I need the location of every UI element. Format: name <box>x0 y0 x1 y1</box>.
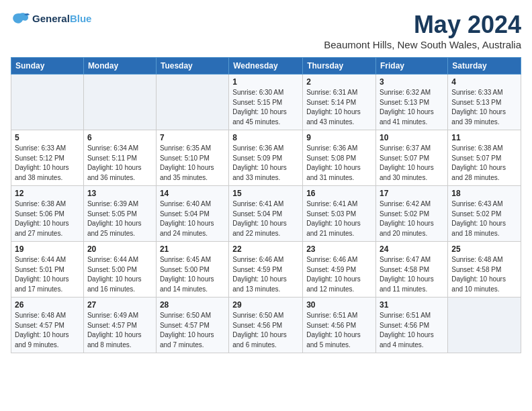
calendar-cell: 11Sunrise: 6:38 AMSunset: 5:07 PMDayligh… <box>448 130 521 186</box>
day-number: 30 <box>306 300 372 310</box>
day-info: Sunrise: 6:51 AMSunset: 4:56 PMDaylight:… <box>306 311 372 350</box>
weekday-header-row: SundayMondayTuesdayWednesdayThursdayFrid… <box>11 58 521 75</box>
day-number: 1 <box>232 77 299 87</box>
day-number: 31 <box>380 300 444 310</box>
day-info: Sunrise: 6:46 AMSunset: 4:59 PMDaylight:… <box>232 255 299 294</box>
calendar-cell: 17Sunrise: 6:42 AMSunset: 5:02 PMDayligh… <box>376 186 448 242</box>
day-info: Sunrise: 6:35 AMSunset: 5:10 PMDaylight:… <box>160 144 225 183</box>
logo-text: GeneralBlue <box>32 13 91 25</box>
day-number: 9 <box>306 133 372 142</box>
calendar-cell: 1Sunrise: 6:30 AMSunset: 5:15 PMDaylight… <box>229 75 303 130</box>
day-info: Sunrise: 6:44 AMSunset: 5:01 PMDaylight:… <box>15 255 80 294</box>
calendar-cell: 26Sunrise: 6:48 AMSunset: 4:57 PMDayligh… <box>11 298 84 353</box>
weekday-header-sunday: Sunday <box>11 58 84 75</box>
day-info: Sunrise: 6:42 AMSunset: 5:02 PMDaylight:… <box>380 199 444 238</box>
day-number: 6 <box>87 133 152 142</box>
day-number: 8 <box>232 133 299 142</box>
day-number: 16 <box>306 189 372 198</box>
calendar-cell: 7Sunrise: 6:35 AMSunset: 5:10 PMDaylight… <box>156 130 228 186</box>
calendar-cell: 14Sunrise: 6:40 AMSunset: 5:04 PMDayligh… <box>156 186 228 242</box>
day-info: Sunrise: 6:46 AMSunset: 4:59 PMDaylight:… <box>306 255 372 294</box>
day-number: 23 <box>306 244 372 254</box>
month-title: May 2024 <box>324 11 521 39</box>
day-info: Sunrise: 6:44 AMSunset: 5:00 PMDaylight:… <box>87 255 152 294</box>
day-info: Sunrise: 6:41 AMSunset: 5:03 PMDaylight:… <box>306 199 372 238</box>
day-number: 11 <box>451 133 517 142</box>
logo: GeneralBlue <box>11 11 91 27</box>
calendar-cell: 20Sunrise: 6:44 AMSunset: 5:00 PMDayligh… <box>83 242 156 298</box>
day-number: 22 <box>232 244 299 254</box>
calendar-cell: 21Sunrise: 6:45 AMSunset: 5:00 PMDayligh… <box>156 242 228 298</box>
day-info: Sunrise: 6:38 AMSunset: 5:07 PMDaylight:… <box>451 144 517 183</box>
day-info: Sunrise: 6:49 AMSunset: 4:57 PMDaylight:… <box>87 311 152 350</box>
day-info: Sunrise: 6:36 AMSunset: 5:09 PMDaylight:… <box>232 144 299 183</box>
calendar-cell: 10Sunrise: 6:37 AMSunset: 5:07 PMDayligh… <box>376 130 448 186</box>
day-info: Sunrise: 6:33 AMSunset: 5:13 PMDaylight:… <box>451 88 517 127</box>
calendar-cell: 4Sunrise: 6:33 AMSunset: 5:13 PMDaylight… <box>448 75 521 130</box>
calendar-week-row: 1Sunrise: 6:30 AMSunset: 5:15 PMDaylight… <box>11 75 521 130</box>
day-info: Sunrise: 6:37 AMSunset: 5:07 PMDaylight:… <box>380 144 444 183</box>
calendar-cell: 24Sunrise: 6:47 AMSunset: 4:58 PMDayligh… <box>376 242 448 298</box>
weekday-header-saturday: Saturday <box>448 58 521 75</box>
day-number: 26 <box>15 300 80 310</box>
day-number: 24 <box>380 244 444 254</box>
day-number: 25 <box>451 244 517 254</box>
calendar-week-row: 26Sunrise: 6:48 AMSunset: 4:57 PMDayligh… <box>11 298 521 353</box>
calendar-cell: 25Sunrise: 6:48 AMSunset: 4:58 PMDayligh… <box>448 242 521 298</box>
day-number: 27 <box>87 300 152 310</box>
weekday-header-friday: Friday <box>376 58 448 75</box>
day-info: Sunrise: 6:36 AMSunset: 5:08 PMDaylight:… <box>306 144 372 183</box>
day-number: 5 <box>15 133 80 142</box>
calendar-cell: 2Sunrise: 6:31 AMSunset: 5:14 PMDaylight… <box>303 75 376 130</box>
calendar-cell: 30Sunrise: 6:51 AMSunset: 4:56 PMDayligh… <box>303 298 376 353</box>
day-number: 10 <box>380 133 444 142</box>
day-number: 20 <box>87 244 152 254</box>
calendar-cell <box>448 298 521 353</box>
calendar-cell: 31Sunrise: 6:51 AMSunset: 4:56 PMDayligh… <box>376 298 448 353</box>
calendar-cell: 3Sunrise: 6:32 AMSunset: 5:13 PMDaylight… <box>376 75 448 130</box>
day-info: Sunrise: 6:40 AMSunset: 5:04 PMDaylight:… <box>160 199 225 238</box>
day-number: 4 <box>451 77 517 87</box>
day-number: 7 <box>160 133 225 142</box>
title-block: May 2024 Beaumont Hills, New South Wales… <box>324 11 521 50</box>
calendar-table: SundayMondayTuesdayWednesdayThursdayFrid… <box>11 57 521 353</box>
calendar-cell <box>83 75 156 130</box>
day-info: Sunrise: 6:47 AMSunset: 4:58 PMDaylight:… <box>380 255 444 294</box>
calendar-cell: 22Sunrise: 6:46 AMSunset: 4:59 PMDayligh… <box>229 242 303 298</box>
day-info: Sunrise: 6:34 AMSunset: 5:11 PMDaylight:… <box>87 144 152 183</box>
day-number: 21 <box>160 244 225 254</box>
day-number: 2 <box>306 77 372 87</box>
day-info: Sunrise: 6:39 AMSunset: 5:05 PMDaylight:… <box>87 199 152 238</box>
day-number: 29 <box>232 300 299 310</box>
day-number: 3 <box>380 77 444 87</box>
day-number: 18 <box>451 189 517 198</box>
day-info: Sunrise: 6:30 AMSunset: 5:15 PMDaylight:… <box>232 88 299 127</box>
day-info: Sunrise: 6:48 AMSunset: 4:58 PMDaylight:… <box>451 255 517 294</box>
calendar-cell: 29Sunrise: 6:50 AMSunset: 4:56 PMDayligh… <box>229 298 303 353</box>
day-info: Sunrise: 6:43 AMSunset: 5:02 PMDaylight:… <box>451 199 517 238</box>
calendar-cell: 19Sunrise: 6:44 AMSunset: 5:01 PMDayligh… <box>11 242 84 298</box>
calendar-cell: 16Sunrise: 6:41 AMSunset: 5:03 PMDayligh… <box>303 186 376 242</box>
weekday-header-tuesday: Tuesday <box>156 58 228 75</box>
day-info: Sunrise: 6:48 AMSunset: 4:57 PMDaylight:… <box>15 311 80 350</box>
calendar-cell: 12Sunrise: 6:38 AMSunset: 5:06 PMDayligh… <box>11 186 84 242</box>
calendar-cell <box>156 75 228 130</box>
day-info: Sunrise: 6:50 AMSunset: 4:57 PMDaylight:… <box>160 311 225 350</box>
calendar-cell: 6Sunrise: 6:34 AMSunset: 5:11 PMDaylight… <box>83 130 156 186</box>
page-header: GeneralBlue May 2024 Beaumont Hills, New… <box>11 11 521 50</box>
day-info: Sunrise: 6:45 AMSunset: 5:00 PMDaylight:… <box>160 255 225 294</box>
day-number: 19 <box>15 244 80 254</box>
logo-icon <box>11 11 30 27</box>
calendar-week-row: 12Sunrise: 6:38 AMSunset: 5:06 PMDayligh… <box>11 186 521 242</box>
weekday-header-thursday: Thursday <box>303 58 376 75</box>
day-info: Sunrise: 6:33 AMSunset: 5:12 PMDaylight:… <box>15 144 80 183</box>
day-number: 14 <box>160 189 225 198</box>
day-number: 28 <box>160 300 225 310</box>
day-number: 15 <box>232 189 299 198</box>
weekday-header-wednesday: Wednesday <box>229 58 303 75</box>
calendar-cell: 15Sunrise: 6:41 AMSunset: 5:04 PMDayligh… <box>229 186 303 242</box>
calendar-week-row: 19Sunrise: 6:44 AMSunset: 5:01 PMDayligh… <box>11 242 521 298</box>
day-number: 17 <box>380 189 444 198</box>
day-info: Sunrise: 6:32 AMSunset: 5:13 PMDaylight:… <box>380 88 444 127</box>
day-info: Sunrise: 6:31 AMSunset: 5:14 PMDaylight:… <box>306 88 372 127</box>
